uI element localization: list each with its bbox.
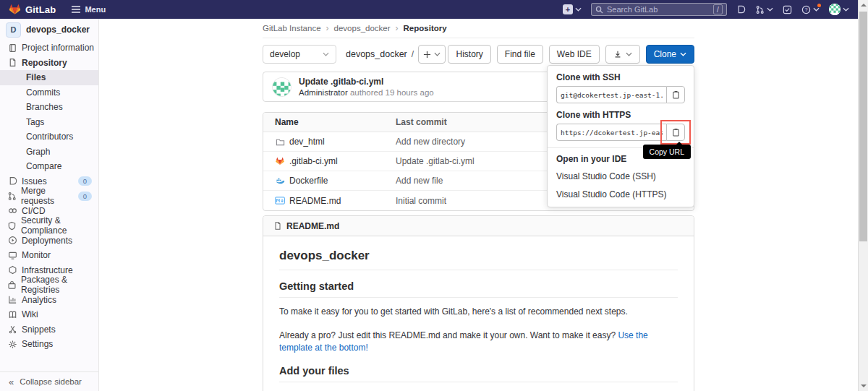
search-icon (595, 6, 603, 14)
sidebar-item-files[interactable]: Files (0, 70, 98, 85)
clipboard-icon (672, 128, 680, 137)
doc-icon (273, 221, 282, 231)
ssh-url-input[interactable] (556, 86, 666, 103)
commit-meta: Administrator authored 19 hours ago (299, 88, 434, 97)
breadcrumb-repository[interactable]: Repository (404, 24, 447, 33)
user-avatar (829, 4, 841, 15)
sidebar-item-merge-requests[interactable]: Merge requests 0 (0, 189, 98, 204)
plus-icon: + (563, 4, 573, 14)
readme-header[interactable]: README.md (263, 216, 694, 236)
merge-request-icon (7, 192, 17, 201)
global-search[interactable]: / (591, 3, 727, 16)
commit-title[interactable]: Update .gitlab-ci.yml (299, 77, 434, 87)
file-name[interactable]: .gitlab-ci.yml (289, 156, 338, 166)
repo-path[interactable]: devops_docker (346, 49, 407, 59)
scroll-down-arrow[interactable] (861, 384, 867, 387)
clone-ssh-label: Clone with SSH (556, 72, 685, 82)
notification-dot (817, 4, 821, 7)
sidebar-item-snippets[interactable]: Snippets (0, 322, 98, 338)
sidebar-item-graph[interactable]: Graph (0, 145, 98, 160)
infrastructure-icon (7, 265, 17, 275)
find-file-button[interactable]: Find file (497, 45, 543, 64)
breadcrumb: GitLab Instance › devops_docker › Reposi… (263, 19, 694, 38)
package-icon (7, 280, 17, 290)
copy-url-tooltip: Copy URL (643, 145, 691, 159)
project-sidebar: D devops_docker Project information Repo… (0, 19, 99, 391)
shield-icon (7, 221, 17, 231)
readme-panel: README.md devops_docker Getting started … (263, 215, 694, 391)
sidebar-item-compare[interactable]: Compare (0, 159, 98, 174)
chevron-down-icon (813, 7, 820, 12)
scrollbar-thumb[interactable] (859, 12, 867, 241)
project-avatar: D (6, 22, 21, 38)
wiki-icon (7, 310, 17, 319)
deployments-icon (7, 236, 17, 245)
copy-ssh-url-button[interactable] (666, 86, 685, 103)
breadcrumb-separator: › (326, 23, 329, 33)
https-url-input[interactable] (556, 124, 666, 141)
breadcrumb-gitlab-instance[interactable]: GitLab Instance (263, 24, 321, 33)
issues-nav-button[interactable] (736, 5, 746, 14)
getting-started-text: To make it easy for you to get started w… (279, 306, 678, 318)
copy-https-url-button[interactable] (666, 124, 685, 141)
file-name[interactable]: README.md (289, 196, 341, 206)
user-menu-button[interactable] (829, 4, 849, 15)
breadcrumb-project[interactable]: devops_docker (334, 24, 391, 33)
search-input[interactable] (607, 5, 710, 14)
readme-title: devops_docker (279, 249, 678, 270)
clone-button[interactable]: Clone (646, 45, 694, 64)
help-icon: ? (801, 5, 811, 14)
plus-icon (423, 51, 431, 59)
vscode-https-item[interactable]: Visual Studio Code (HTTPS) (556, 186, 685, 204)
gitlab-brand[interactable]: GitLab (9, 4, 56, 15)
web-ide-button[interactable]: Web IDE (549, 45, 600, 64)
vscode-ssh-item[interactable]: Visual Studio Code (SSH) (556, 168, 685, 186)
chevron-down-icon (626, 52, 632, 56)
menu-button[interactable]: Menu (72, 5, 106, 14)
scroll-up-arrow[interactable] (861, 4, 867, 7)
new-menu-button[interactable]: + (563, 4, 582, 14)
sidebar-item-packages-registries[interactable]: Packages & Registries (0, 278, 98, 293)
gitlab-icon (275, 157, 285, 166)
todo-check-icon (783, 5, 792, 14)
sidebar-item-project-information[interactable]: Project information (0, 40, 98, 56)
file-name[interactable]: dev_html (289, 137, 325, 147)
history-button[interactable]: History (448, 45, 490, 64)
sidebar-item-commits[interactable]: Commits (0, 85, 98, 100)
chevron-down-icon (680, 52, 686, 56)
path-separator: / (412, 49, 414, 59)
page-scrollbar[interactable] (858, 0, 868, 391)
sidebar-item-monitor[interactable]: Monitor (0, 248, 98, 263)
clone-dropdown: Clone with SSH Clone with HTTPS Copy URL… (547, 65, 694, 207)
sidebar-item-repository[interactable]: Repository (0, 56, 98, 71)
sidebar-item-branches[interactable]: Branches (0, 100, 98, 115)
chevron-down-icon (575, 7, 582, 12)
todos-nav-button[interactable] (783, 5, 792, 14)
cicd-icon (7, 206, 17, 215)
sidebar-item-tags[interactable]: Tags (0, 115, 98, 130)
sidebar-item-wiki[interactable]: Wiki (0, 307, 98, 322)
sidebar-item-security-compliance[interactable]: Security & Compliance (0, 218, 98, 233)
merge-requests-nav-button[interactable] (755, 5, 773, 14)
chart-icon (7, 295, 17, 304)
sidebar-project-header[interactable]: D devops_docker (0, 19, 98, 40)
repo-toolbar: develop devops_docker / History Find fil… (263, 45, 694, 64)
sidebar-item-settings[interactable]: Settings (0, 337, 98, 352)
download-button[interactable] (605, 45, 640, 64)
commit-author[interactable]: Administrator (299, 88, 348, 97)
sidebar-item-contributors[interactable]: Contributors (0, 129, 98, 145)
brand-name: GitLab (25, 4, 56, 15)
breadcrumb-divider (263, 38, 694, 38)
merge-request-icon (755, 5, 765, 14)
issues-count-badge: 0 (78, 176, 92, 186)
monitor-icon (7, 251, 17, 260)
issues-icon (7, 176, 17, 186)
clone-https-label: Clone with HTTPS (556, 110, 685, 120)
branch-selector[interactable]: develop (263, 45, 336, 64)
collapse-sidebar-button[interactable]: « Collapse sidebar (0, 371, 98, 391)
commit-time: 19 hours ago (386, 88, 434, 97)
breadcrumb-separator: › (396, 23, 399, 33)
help-menu-button[interactable]: ? (801, 5, 820, 14)
file-name[interactable]: Dockerfile (289, 176, 328, 186)
add-file-dropdown-button[interactable] (418, 45, 446, 64)
